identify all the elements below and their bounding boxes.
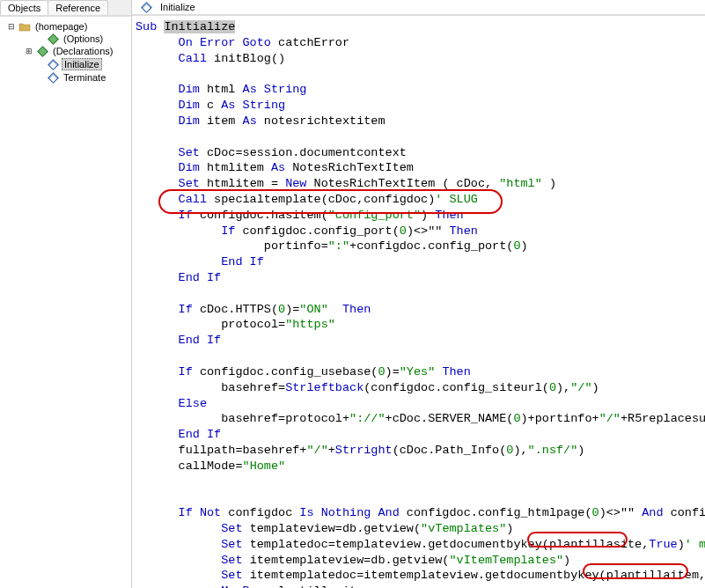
- code-line[interactable]: Call initBlog(): [136, 51, 705, 67]
- code-line[interactable]: Dim item As notesrichtextitem: [136, 114, 705, 129]
- code-line[interactable]: Set htmlitem = New NotesRichTextItem ( c…: [136, 176, 705, 192]
- code-line[interactable]: fullpath=basehref+"/"+Strright(cDoc.Path…: [136, 443, 705, 459]
- code-line[interactable]: Call specialtemplate(cDoc,configdoc)' SL…: [136, 192, 705, 208]
- code-header: Initialize: [132, 0, 705, 16]
- code-line[interactable]: protocol="https": [136, 317, 705, 333]
- tab-reference[interactable]: Reference: [48, 0, 108, 15]
- code-line[interactable]: basehref=protocol+"://"+cDoc.SERVER_NAME…: [136, 411, 705, 427]
- code-line[interactable]: If configdoc.config_port(0)<>"" Then: [136, 224, 705, 239]
- expand-icon[interactable]: ⊞: [25, 47, 33, 55]
- code-line[interactable]: Set templateview=db.getview("vTemplates"…: [136, 521, 705, 537]
- sidebar-tabs: Objects Reference: [0, 0, 131, 17]
- diamond-blue-icon: [47, 59, 59, 70]
- code-line[interactable]: Set cDoc=session.documentcontext: [136, 145, 705, 161]
- tree-item[interactable]: ⊞(Declarations): [4, 45, 128, 57]
- tree-item-label[interactable]: (Declarations): [51, 46, 114, 56]
- code-line[interactable]: [136, 474, 705, 490]
- code-line[interactable]: Set itemtemplatedoc=itemtemplateview.get…: [136, 568, 705, 584]
- code-line[interactable]: MsgBox plantillasite: [136, 584, 705, 588]
- code-line[interactable]: [136, 66, 705, 82]
- code-line[interactable]: If cDoc.HTTPS(0)="ON" Then: [136, 302, 705, 318]
- diamond-blue-icon: [140, 2, 152, 12]
- diamond-blue-icon: [47, 72, 59, 83]
- tree-item[interactable]: Initialize: [4, 57, 128, 71]
- code-line[interactable]: On Error Goto catchError: [136, 35, 705, 51]
- code-line[interactable]: portinfo=":"+configdoc.config_port(0): [136, 239, 705, 254]
- code-line[interactable]: [136, 286, 705, 302]
- tree-item[interactable]: Terminate: [4, 71, 128, 84]
- object-tree[interactable]: ⊟ (homepage) (Options)⊞(Declarations)Ini…: [0, 17, 131, 588]
- code-line[interactable]: [136, 349, 705, 364]
- sidebar: Objects Reference ⊟ (homepage) (Options)…: [0, 0, 132, 588]
- code-line[interactable]: Sub Initialize: [136, 19, 705, 35]
- code-line[interactable]: Dim htmlitem As NotesRichTextItem: [136, 160, 705, 176]
- tree-item-label[interactable]: Terminate: [62, 72, 107, 83]
- code-panel: Initialize Sub Initialize On Error Goto …: [132, 0, 705, 588]
- collapse-icon[interactable]: ⊟: [7, 22, 16, 31]
- code-line[interactable]: [136, 129, 705, 145]
- diamond-green-icon: [47, 33, 59, 44]
- code-line[interactable]: End If: [136, 270, 705, 286]
- code-line[interactable]: If Not configdoc Is Nothing And configdo…: [136, 505, 705, 521]
- code-line[interactable]: Dim c As String: [136, 98, 705, 114]
- code-line[interactable]: [136, 489, 705, 505]
- code-line[interactable]: End If: [136, 427, 705, 443]
- tree-root-homepage[interactable]: ⊟ (homepage): [4, 20, 128, 33]
- code-line[interactable]: Set itemtemplateview=db.getview("vItemTe…: [136, 553, 705, 569]
- code-line[interactable]: If configdoc.config_usebase(0)="Yes" The…: [136, 364, 705, 380]
- code-line[interactable]: callMode="Home": [136, 459, 705, 474]
- tree-item[interactable]: (Options): [4, 33, 128, 45]
- code-editor[interactable]: Sub Initialize On Error Goto catchError …: [132, 16, 705, 588]
- code-line[interactable]: Set templatedoc=templateview.getdocument…: [136, 537, 705, 553]
- tree-item-label[interactable]: (Options): [62, 33, 105, 44]
- code-line[interactable]: If configdoc.hasitem("config_port") Then: [136, 208, 705, 224]
- code-line[interactable]: Else: [136, 396, 705, 412]
- tree-item-label[interactable]: Initialize: [62, 58, 102, 70]
- current-proc-title: Initialize: [160, 2, 195, 12]
- code-line[interactable]: basehref=Strleftback(configdoc.config_si…: [136, 380, 705, 396]
- folder-icon: [18, 21, 31, 32]
- diamond-green-icon: [36, 46, 48, 56]
- code-line[interactable]: End If: [136, 254, 705, 270]
- tab-objects[interactable]: Objects: [0, 0, 48, 15]
- code-line[interactable]: Dim html As String: [136, 82, 705, 98]
- tree-label-root[interactable]: (homepage): [33, 21, 89, 32]
- code-line[interactable]: End If: [136, 333, 705, 349]
